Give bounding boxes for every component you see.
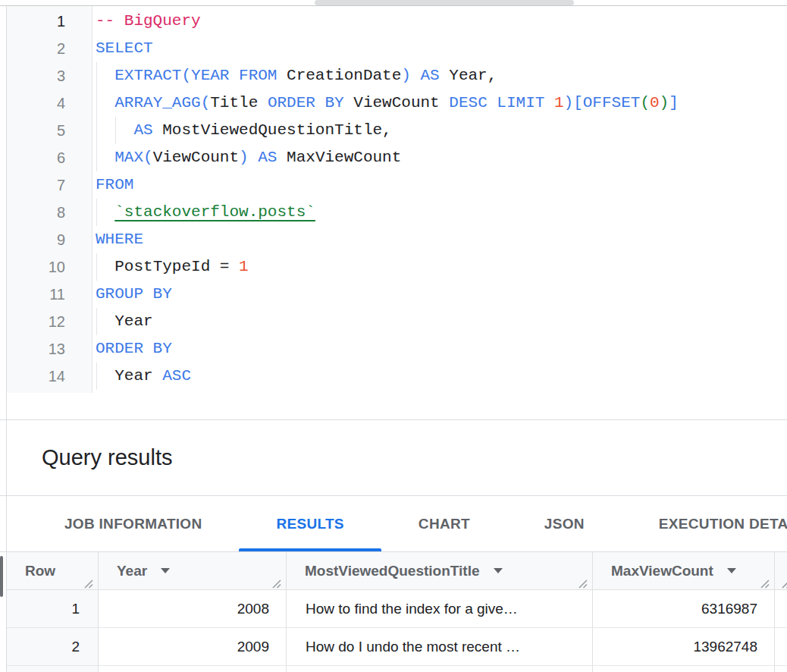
- results-vertical-scrollbar-thumb[interactable]: [0, 556, 3, 597]
- top-panel-border: [0, 5, 787, 6]
- column-resize-grip[interactable]: [781, 576, 787, 587]
- code-token: DESC LIMIT: [449, 94, 554, 111]
- code-line-content: GROUP BY: [96, 281, 172, 308]
- column-resize-grip[interactable]: [578, 576, 588, 587]
- code-line[interactable]: 13ORDER BY: [7, 335, 787, 363]
- code-token: FROM: [96, 176, 133, 193]
- code-line[interactable]: 8 `stackoverflow.posts`: [7, 199, 787, 226]
- column-header-label: MaxViewCount: [611, 563, 713, 579]
- tab-label: RESULTS: [276, 516, 343, 532]
- code-line[interactable]: 7FROM: [7, 171, 787, 199]
- filler-cell: [775, 628, 787, 665]
- code-token: ORDER BY: [96, 340, 172, 357]
- indent-guide: [115, 117, 116, 144]
- code-line[interactable]: 4 ARRAY_AGG(Title ORDER BY ViewCount DES…: [7, 89, 787, 117]
- line-number: 13: [7, 335, 65, 363]
- year-cell: 2008: [99, 590, 287, 627]
- table-row[interactable]: 12008How to find the index for a give…63…: [7, 590, 787, 628]
- code-line[interactable]: 10 PostTypeId = 1: [7, 253, 787, 281]
- tab-results[interactable]: RESULTS: [239, 496, 381, 551]
- code-line[interactable]: 3 EXTRACT(YEAR FROM CreationDate) AS Yea…: [7, 62, 787, 89]
- column-resize-grip[interactable]: [271, 576, 282, 587]
- code-token: ORDER BY: [268, 94, 353, 111]
- code-line[interactable]: 6 MAX(ViewCount) AS MaxViewCount: [7, 144, 787, 171]
- indent-guide: [96, 144, 97, 171]
- code-line[interactable]: 5 AS MostViewedQuestionTitle,: [7, 117, 787, 144]
- year-cell: 2009: [99, 628, 287, 665]
- title-cell: How to find the index for a give…: [287, 590, 593, 627]
- filler-cell: [775, 590, 787, 627]
- line-number: 10: [7, 253, 65, 281]
- indent-guide: [96, 89, 97, 117]
- line-number: 1: [7, 8, 65, 35]
- column-resize-grip[interactable]: [83, 576, 94, 587]
- code-line-content: MAX(ViewCount) AS MaxViewCount: [96, 144, 401, 171]
- code-token: 1: [239, 258, 249, 275]
- line-number: 12: [7, 308, 65, 335]
- code-token: GROUP BY: [96, 285, 172, 303]
- column-header-year[interactable]: Year: [99, 552, 287, 589]
- tab-execution-details[interactable]: EXECUTION DETAILS: [622, 496, 787, 551]
- row-number-cell: 1: [7, 590, 99, 627]
- line-number: 7: [7, 171, 65, 199]
- code-token: Year: [114, 312, 152, 330]
- indent-guide: [96, 363, 97, 390]
- code-token: 1: [554, 94, 564, 111]
- code-line-content: `stackoverflow.posts`: [96, 199, 315, 226]
- tab-label: EXECUTION DETAILS: [659, 516, 787, 532]
- code-token: WHERE: [96, 231, 143, 248]
- code-token: Year: [114, 367, 162, 385]
- tab-chart[interactable]: CHART: [381, 496, 507, 551]
- line-number: 3: [7, 62, 65, 89]
- code-line[interactable]: 11GROUP BY: [7, 281, 787, 308]
- code-line[interactable]: 14 Year ASC: [7, 363, 787, 390]
- column-header-label: Year: [117, 563, 147, 579]
- line-number: 11: [7, 281, 65, 308]
- left-panel-border: [6, 5, 7, 672]
- code-line-content: PostTypeId = 1: [96, 253, 249, 281]
- code-line[interactable]: 9WHERE: [7, 226, 787, 253]
- column-header-label: Row: [25, 563, 55, 579]
- code-token: ARRAY_AGG(: [114, 94, 210, 111]
- code-token: MaxViewCount: [287, 149, 401, 166]
- maxviewcount-cell: 6316987: [593, 590, 775, 627]
- line-number: 9: [7, 226, 65, 253]
- query-results-title: Query results: [42, 420, 172, 495]
- results-tab-bar: JOB INFORMATIONRESULTSCHARTJSONEXECUTION…: [7, 496, 787, 551]
- line-number: 5: [7, 117, 65, 144]
- code-line[interactable]: 2SELECT: [7, 35, 787, 62]
- tab-job-information[interactable]: JOB INFORMATION: [27, 496, 239, 551]
- sql-editor[interactable]: 1-- BigQuery2SELECT3 EXTRACT(YEAR FROM C…: [7, 6, 787, 419]
- column-menu-icon[interactable]: [161, 568, 170, 573]
- code-token: CreationDate: [287, 67, 401, 84]
- column-header-row[interactable]: Row: [7, 552, 99, 589]
- code-line-content: ARRAY_AGG(Title ORDER BY ViewCount DESC …: [96, 89, 679, 117]
- code-line-content: -- BigQuery: [96, 8, 201, 35]
- column-menu-icon[interactable]: [494, 568, 503, 573]
- code-line[interactable]: 12 Year: [7, 308, 787, 335]
- indent-guide: [96, 253, 97, 281]
- column-resize-grip[interactable]: [760, 576, 770, 587]
- code-token: 0: [650, 94, 660, 111]
- code-line[interactable]: 1-- BigQuery: [7, 8, 787, 35]
- code-token: SELECT: [96, 39, 153, 57]
- code-token: -- BigQuery: [96, 12, 201, 30]
- code-token: MAX(: [114, 149, 152, 166]
- table-row[interactable]: 22009How do I undo the most recent …1396…: [7, 628, 787, 666]
- editor-horizontal-scrollbar-thumb[interactable]: [315, 0, 574, 5]
- line-number: 8: [7, 199, 65, 226]
- indent-guide: [96, 117, 97, 144]
- column-header-mostviewedquestiontitle[interactable]: MostViewedQuestionTitle: [287, 552, 593, 589]
- code-token: MostViewedQuestionTitle,: [162, 121, 391, 139]
- code-token: ): [660, 94, 669, 111]
- code-line-content: SELECT: [96, 35, 153, 62]
- code-token: ViewCount: [353, 94, 449, 111]
- maxviewcount-cell: 13962748: [593, 628, 775, 665]
- column-menu-icon[interactable]: [727, 568, 736, 573]
- tab-json[interactable]: JSON: [507, 496, 622, 551]
- table-reference-link[interactable]: `stackoverflow.posts`: [114, 203, 315, 221]
- code-line-content: ORDER BY: [96, 335, 172, 363]
- code-token: ) AS: [239, 149, 287, 166]
- table-header-row: RowYearMostViewedQuestionTitleMaxViewCou…: [7, 552, 787, 590]
- column-header-maxviewcount[interactable]: MaxViewCount: [593, 552, 775, 589]
